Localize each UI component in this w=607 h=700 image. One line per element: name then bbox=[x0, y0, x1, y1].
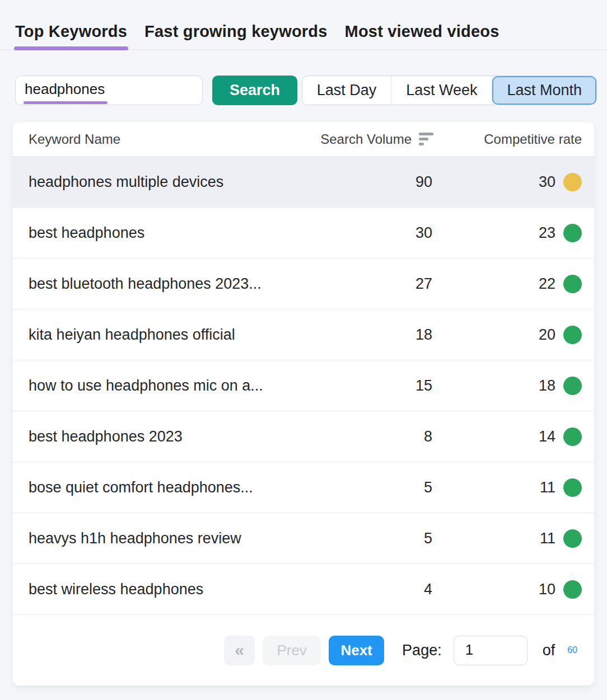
page-number-input[interactable] bbox=[454, 636, 527, 665]
competitive-rate-value: 22 bbox=[539, 275, 555, 293]
search-volume-cell: 15 bbox=[316, 377, 433, 394]
search-volume-cell: 27 bbox=[316, 275, 433, 293]
column-header-search-volume[interactable]: Search Volume bbox=[316, 131, 433, 147]
next-page-button[interactable]: Next bbox=[329, 636, 384, 665]
tab-bar: Top Keywords Fast growing keywords Most … bbox=[0, 0, 607, 50]
search-volume-cell: 30 bbox=[316, 224, 433, 242]
competitive-rate-dot bbox=[563, 478, 582, 497]
competitive-rate-dot bbox=[563, 427, 582, 446]
time-filter-last-week[interactable]: Last Week bbox=[391, 76, 492, 105]
search-volume-cell: 90 bbox=[316, 173, 433, 191]
column-header-competitive-rate: Competitive rate bbox=[433, 131, 582, 147]
competitive-rate-value: 20 bbox=[539, 326, 555, 344]
tab-fast-growing-keywords[interactable]: Fast growing keywords bbox=[144, 22, 328, 49]
table-body: headphones multiple devices 90 30 best h… bbox=[13, 157, 594, 615]
pagination-bar: « Prev Next Page: of 60 bbox=[13, 615, 594, 685]
total-pages-link[interactable]: 60 bbox=[567, 645, 577, 655]
competitive-rate-cell: 23 bbox=[433, 224, 582, 242]
keyword-cell: headphones multiple devices bbox=[29, 173, 316, 191]
keyword-cell: best headphones bbox=[29, 224, 316, 242]
table-row[interactable]: headphones multiple devices 90 30 bbox=[13, 157, 594, 208]
competitive-rate-value: 10 bbox=[539, 581, 555, 598]
time-filter-last-month[interactable]: Last Month bbox=[492, 76, 596, 105]
competitive-rate-cell: 14 bbox=[433, 427, 582, 446]
table-row[interactable]: best headphones 30 23 bbox=[13, 208, 594, 259]
tab-most-viewed-videos[interactable]: Most viewed videos bbox=[345, 22, 499, 49]
page-label: Page: bbox=[402, 642, 442, 659]
competitive-rate-cell: 30 bbox=[433, 173, 582, 191]
competitive-rate-value: 14 bbox=[539, 428, 555, 445]
competitive-rate-dot bbox=[563, 529, 582, 548]
table-row[interactable]: best wireless headphones 4 10 bbox=[13, 564, 594, 615]
keyword-cell: how to use headphones mic on a... bbox=[29, 377, 316, 394]
search-volume-cell: 8 bbox=[316, 428, 433, 445]
table-row[interactable]: bose quiet comfort headphones... 5 11 bbox=[13, 462, 594, 513]
search-box bbox=[15, 76, 203, 105]
competitive-rate-dot bbox=[563, 275, 582, 293]
competitive-rate-value: 23 bbox=[539, 224, 555, 242]
competitive-rate-value: 11 bbox=[540, 530, 555, 547]
competitive-rate-dot bbox=[563, 580, 582, 599]
table-row[interactable]: heavys h1h headphones review 5 11 bbox=[13, 513, 594, 564]
competitive-rate-cell: 18 bbox=[433, 377, 582, 395]
competitive-rate-value: 18 bbox=[539, 377, 555, 394]
competitive-rate-value: 11 bbox=[540, 479, 555, 496]
table-row[interactable]: best headphones 2023 8 14 bbox=[13, 411, 594, 462]
of-label: of bbox=[543, 642, 555, 659]
keyword-cell: best wireless headphones bbox=[29, 581, 316, 598]
table-header: Keyword Name Search Volume Competitive r… bbox=[13, 122, 594, 157]
competitive-rate-dot bbox=[563, 326, 582, 344]
time-filter-last-day[interactable]: Last Day bbox=[302, 76, 392, 105]
competitive-rate-dot bbox=[563, 377, 582, 395]
competitive-rate-cell: 10 bbox=[433, 580, 582, 599]
table-row[interactable]: kita heiyan headphones official 18 20 bbox=[13, 309, 594, 360]
search-volume-cell: 5 bbox=[316, 530, 433, 547]
table-row[interactable]: how to use headphones mic on a... 15 18 bbox=[13, 360, 594, 411]
controls-row: Search Last Day Last Week Last Month bbox=[0, 50, 607, 105]
sort-descending-icon[interactable] bbox=[419, 133, 433, 145]
search-volume-cell: 4 bbox=[316, 581, 433, 598]
table-row[interactable]: best bluetooth headphones 2023... 27 22 bbox=[13, 259, 594, 309]
keywords-table-card: Keyword Name Search Volume Competitive r… bbox=[13, 122, 594, 685]
keyword-cell: heavys h1h headphones review bbox=[29, 530, 316, 547]
competitive-rate-cell: 20 bbox=[433, 326, 582, 344]
first-page-button[interactable]: « bbox=[224, 636, 255, 665]
competitive-rate-cell: 11 bbox=[433, 529, 582, 548]
search-volume-header-label: Search Volume bbox=[320, 131, 412, 147]
search-button[interactable]: Search bbox=[212, 76, 297, 105]
competitive-rate-cell: 11 bbox=[433, 478, 582, 497]
competitive-rate-cell: 22 bbox=[433, 275, 582, 293]
search-text-underline bbox=[24, 101, 108, 104]
search-volume-cell: 5 bbox=[316, 479, 433, 496]
time-filter: Last Day Last Week Last Month bbox=[302, 76, 597, 105]
keyword-cell: bose quiet comfort headphones... bbox=[29, 479, 316, 496]
prev-page-button[interactable]: Prev bbox=[263, 636, 321, 665]
competitive-rate-dot bbox=[563, 224, 582, 242]
competitive-rate-dot bbox=[563, 173, 582, 191]
keyword-cell: best bluetooth headphones 2023... bbox=[29, 275, 316, 293]
tab-top-keywords[interactable]: Top Keywords bbox=[15, 22, 127, 49]
competitive-rate-value: 30 bbox=[539, 173, 555, 191]
keyword-cell: kita heiyan headphones official bbox=[29, 326, 316, 344]
keyword-cell: best headphones 2023 bbox=[29, 428, 316, 445]
search-volume-cell: 18 bbox=[316, 326, 433, 344]
column-header-keyword-name: Keyword Name bbox=[29, 131, 316, 147]
